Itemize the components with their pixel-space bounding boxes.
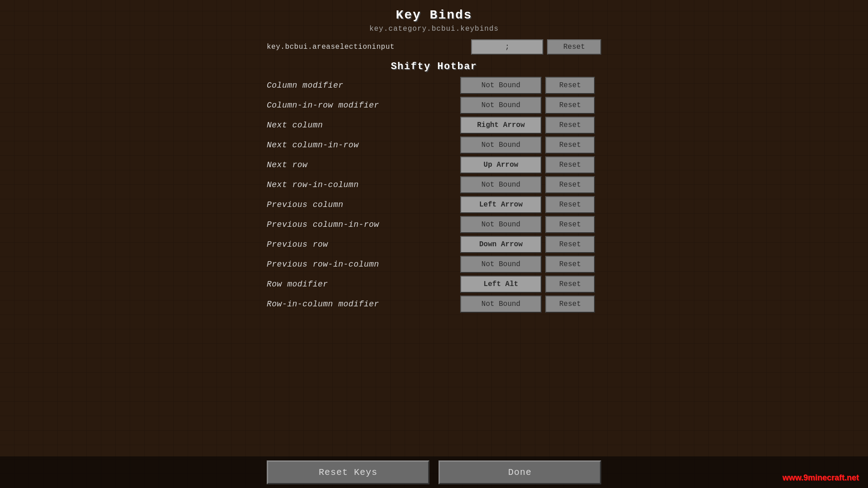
keybind-reset-btn[interactable]: Reset [545,236,595,253]
keybind-reset-btn[interactable]: Reset [545,77,595,94]
keybind-row: Next rowUp ArrowReset [262,156,599,174]
keybind-key-btn[interactable]: Left Arrow [460,196,542,213]
keybinds-scroll-area[interactable]: Column modifierNot BoundResetColumn-in-r… [262,77,606,488]
bottom-bar: Reset Keys Done [0,456,868,488]
keybind-label: Row modifier [267,280,328,289]
keybind-row: Previous columnLeft ArrowReset [262,196,599,213]
keybind-key-btn[interactable]: Not Bound [460,256,542,273]
keybind-row: Next columnRight ArrowReset [262,117,599,134]
keybind-label: Next row-in-column [267,180,359,189]
keybind-key-btn[interactable]: Right Arrow [460,117,542,134]
keybind-reset-btn[interactable]: Reset [545,156,595,174]
keybind-key-btn[interactable]: Not Bound [460,77,542,94]
keybind-controls: Left ArrowReset [460,196,595,213]
keybinds-list: Column modifierNot BoundResetColumn-in-r… [262,77,599,313]
keybind-controls: Not BoundReset [460,296,595,313]
keybind-row: Next row-in-columnNot BoundReset [262,176,599,193]
keybind-controls: Not BoundReset [460,216,595,233]
area-selection-buttons: ; Reset [471,39,601,55]
keybind-label: Column-in-row modifier [267,101,379,110]
keybind-reset-btn[interactable]: Reset [545,136,595,154]
keybind-row: Previous rowDown ArrowReset [262,236,599,253]
keybind-reset-btn[interactable]: Reset [545,176,595,193]
keybind-key-btn[interactable]: Not Bound [460,97,542,114]
main-container: Key Binds key.category.bcbui.keybinds ke… [262,8,606,488]
reset-keys-button[interactable]: Reset Keys [267,460,429,484]
keybind-controls: Not BoundReset [460,77,595,94]
keybind-controls: Right ArrowReset [460,117,595,134]
keybind-label: Previous row [267,240,328,249]
keybind-reset-btn[interactable]: Reset [545,117,595,134]
keybind-key-btn[interactable]: Not Bound [460,136,542,154]
keybind-reset-btn[interactable]: Reset [545,196,595,213]
page-title: Key Binds [396,8,472,22]
keybind-key-btn[interactable]: Not Bound [460,296,542,313]
keybind-label: Row-in-column modifier [267,300,379,309]
area-selection-row: key.bcbui.areaselectioninput ; Reset [262,39,606,55]
keybind-label: Next column-in-row [267,141,359,150]
keybind-label: Next row [267,160,307,169]
keybind-row: Previous row-in-columnNot BoundReset [262,256,599,273]
keybind-key-btn[interactable]: Down Arrow [460,236,542,253]
keybind-label: Next column [267,121,323,130]
keybind-controls: Not BoundReset [460,97,595,114]
keybind-controls: Left AltReset [460,276,595,293]
keybind-reset-btn[interactable]: Reset [545,256,595,273]
keybind-reset-btn[interactable]: Reset [545,97,595,114]
keybind-controls: Not BoundReset [460,136,595,154]
page-subtitle: key.category.bcbui.keybinds [369,25,499,33]
keybind-controls: Down ArrowReset [460,236,595,253]
done-button[interactable]: Done [439,460,601,484]
keybind-row: Previous column-in-rowNot BoundReset [262,216,599,233]
keybind-label: Previous column-in-row [267,220,379,229]
keybind-controls: Up ArrowReset [460,156,595,174]
watermark: www.9minecraft.net [783,473,859,483]
keybind-key-btn[interactable]: Up Arrow [460,156,542,174]
area-selection-label: key.bcbui.areaselectioninput [267,43,395,51]
area-selection-reset-btn[interactable]: Reset [547,39,601,55]
keybind-row: Row modifierLeft AltReset [262,276,599,293]
keybind-row: Row-in-column modifierNot BoundReset [262,296,599,313]
keybind-reset-btn[interactable]: Reset [545,216,595,233]
keybind-reset-btn[interactable]: Reset [545,276,595,293]
keybind-reset-btn[interactable]: Reset [545,296,595,313]
keybind-key-btn[interactable]: Left Alt [460,276,542,293]
keybind-label: Column modifier [267,81,344,90]
keybind-row: Next column-in-rowNot BoundReset [262,136,599,154]
keybind-row: Column modifierNot BoundReset [262,77,599,94]
keybind-key-btn[interactable]: Not Bound [460,176,542,193]
keybind-controls: Not BoundReset [460,256,595,273]
keybind-label: Previous row-in-column [267,260,379,269]
area-selection-key-btn[interactable]: ; [471,39,543,55]
keybind-controls: Not BoundReset [460,176,595,193]
keybind-key-btn[interactable]: Not Bound [460,216,542,233]
section-header: Shifty Hotbar [391,61,477,72]
keybind-row: Column-in-row modifierNot BoundReset [262,97,599,114]
keybind-label: Previous column [267,200,344,209]
